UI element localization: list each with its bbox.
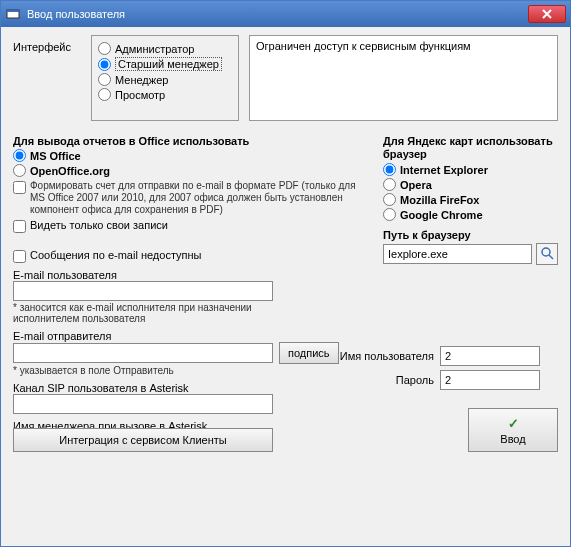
check-email-unavailable-label: Сообщения по e-mail недоступны (30, 249, 201, 261)
check-pdf-label: Формировать счет для отправки по e-mail … (30, 180, 360, 216)
check-own-records[interactable]: Видеть только свои записи (13, 219, 363, 233)
password-input[interactable] (440, 370, 540, 390)
integrate-clients-button[interactable]: Интеграция с сервисом Клиенты (13, 428, 273, 452)
enter-button[interactable]: ✓ Ввод (468, 408, 558, 452)
svg-line-3 (549, 255, 553, 259)
email-user-note: * заносится как e-mail исполнителя при н… (13, 302, 253, 324)
interface-label: Интерфейс (13, 35, 81, 121)
interface-description: Ограничен доступ к сервисным функциям (249, 35, 558, 121)
browser-path-input[interactable] (383, 244, 532, 264)
radio-senior[interactable]: Старший менеджер (98, 57, 230, 71)
radio-ie-label: Internet Explorer (400, 164, 488, 176)
radio-msoffice-input[interactable] (13, 149, 26, 162)
password-label: Пароль (324, 374, 434, 386)
check-icon: ✓ (508, 416, 519, 431)
close-button[interactable] (528, 5, 566, 23)
check-pdf[interactable]: Формировать счет для отправки по e-mail … (13, 180, 363, 216)
magnifier-icon (540, 246, 554, 262)
radio-chrome-label: Google Chrome (400, 209, 483, 221)
enter-button-label: Ввод (500, 433, 525, 445)
email-sender-note: * указывается в поле Отправитель (13, 365, 363, 376)
radio-firefox-label: Mozilla FireFox (400, 194, 479, 206)
radio-admin-label: Администратор (115, 43, 194, 55)
email-user-input[interactable] (13, 281, 273, 301)
radio-ie-input[interactable] (383, 163, 396, 176)
check-own-records-input[interactable] (13, 220, 26, 233)
radio-firefox[interactable]: Mozilla FireFox (383, 193, 558, 206)
check-email-unavailable[interactable]: Сообщения по e-mail недоступны (13, 249, 363, 263)
radio-opera-input[interactable] (383, 178, 396, 191)
radio-manager-label: Менеджер (115, 74, 168, 86)
check-pdf-input[interactable] (13, 181, 26, 194)
browser-heading: Для Яндекс карт использовать браузер (383, 135, 558, 161)
radio-chrome[interactable]: Google Chrome (383, 208, 558, 221)
radio-admin-input[interactable] (98, 42, 111, 55)
username-input[interactable] (440, 346, 540, 366)
radio-manager-input[interactable] (98, 73, 111, 86)
check-email-unavailable-input[interactable] (13, 250, 26, 263)
app-icon (5, 6, 21, 22)
radio-senior-label: Старший менеджер (115, 57, 222, 71)
user-input-dialog: Ввод пользователя Интерфейс Администрато… (0, 0, 571, 547)
radio-openoffice[interactable]: OpenOffice.org (13, 164, 363, 177)
radio-view-input[interactable] (98, 88, 111, 101)
radio-senior-input[interactable] (98, 58, 111, 71)
radio-admin[interactable]: Администратор (98, 42, 230, 55)
radio-ie[interactable]: Internet Explorer (383, 163, 558, 176)
check-own-records-label: Видеть только свои записи (30, 219, 168, 231)
radio-msoffice-label: MS Office (30, 150, 81, 162)
radio-msoffice[interactable]: MS Office (13, 149, 363, 162)
email-sender-input[interactable] (13, 343, 273, 363)
svg-rect-1 (7, 10, 19, 12)
email-sender-label: E-mail отправителя (13, 330, 363, 342)
username-label: Имя пользователя (324, 350, 434, 362)
browse-button[interactable] (536, 243, 558, 265)
radio-firefox-input[interactable] (383, 193, 396, 206)
titlebar[interactable]: Ввод пользователя (1, 1, 570, 27)
radio-manager[interactable]: Менеджер (98, 73, 230, 86)
sip-channel-label: Канал SIP пользователя в Asterisk (13, 382, 363, 394)
interface-group: Администратор Старший менеджер Менеджер … (91, 35, 239, 121)
radio-view[interactable]: Просмотр (98, 88, 230, 101)
radio-opera[interactable]: Opera (383, 178, 558, 191)
email-user-label: E-mail пользователя (13, 269, 363, 281)
radio-view-label: Просмотр (115, 89, 165, 101)
svg-point-2 (542, 248, 550, 256)
radio-opera-label: Opera (400, 179, 432, 191)
radio-chrome-input[interactable] (383, 208, 396, 221)
radio-openoffice-label: OpenOffice.org (30, 165, 110, 177)
browser-path-label: Путь к браузеру (383, 229, 558, 241)
radio-openoffice-input[interactable] (13, 164, 26, 177)
window-title: Ввод пользователя (27, 8, 528, 20)
office-heading: Для вывода отчетов в Office использовать (13, 135, 363, 147)
